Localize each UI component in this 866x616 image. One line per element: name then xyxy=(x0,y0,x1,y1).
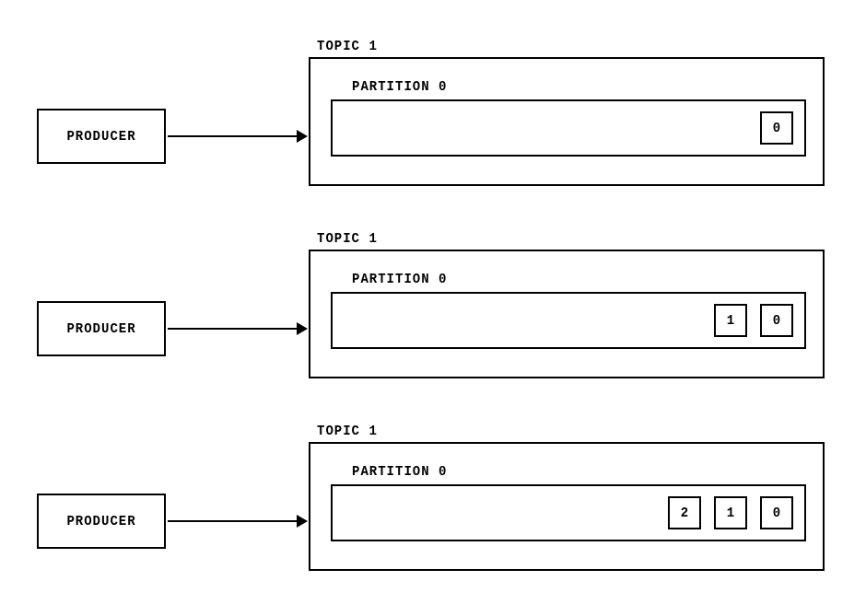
message-cell: 0 xyxy=(760,496,793,529)
message-cell: 1 xyxy=(714,496,747,529)
arrow-icon xyxy=(168,328,306,330)
topic-box: PARTITION 0 0 xyxy=(309,57,825,186)
message-cell: 0 xyxy=(760,111,793,145)
producer-box: PRODUCER xyxy=(37,109,166,164)
producer-box: PRODUCER xyxy=(37,494,166,549)
partition-box: 0 xyxy=(331,99,806,157)
message-value: 0 xyxy=(773,506,780,520)
message-value: 1 xyxy=(727,313,734,328)
message-cell: 0 xyxy=(760,304,793,337)
topic-label: TOPIC 1 xyxy=(317,231,378,246)
message-value: 2 xyxy=(681,506,688,520)
producer-label: PRODUCER xyxy=(66,129,135,144)
message-value: 1 xyxy=(727,506,734,520)
topic-box: PARTITION 0 2 1 0 xyxy=(309,442,825,571)
partition-label: PARTITION 0 xyxy=(352,79,447,94)
producer-label: PRODUCER xyxy=(66,321,135,336)
message-cell: 2 xyxy=(668,496,701,529)
partition-label: PARTITION 0 xyxy=(352,272,447,286)
partition-label: PARTITION 0 xyxy=(352,464,447,479)
partition-box: 2 1 0 xyxy=(331,484,806,541)
producer-box: PRODUCER xyxy=(37,301,166,356)
message-cell: 1 xyxy=(714,304,747,337)
arrow-icon xyxy=(168,135,306,137)
partition-box: 1 0 xyxy=(331,292,806,349)
topic-box: PARTITION 0 1 0 xyxy=(309,250,825,378)
message-value: 0 xyxy=(773,313,780,328)
message-value: 0 xyxy=(773,121,780,135)
arrow-icon xyxy=(168,520,306,522)
topic-label: TOPIC 1 xyxy=(317,39,378,53)
topic-label: TOPIC 1 xyxy=(317,424,378,438)
producer-label: PRODUCER xyxy=(66,514,135,529)
